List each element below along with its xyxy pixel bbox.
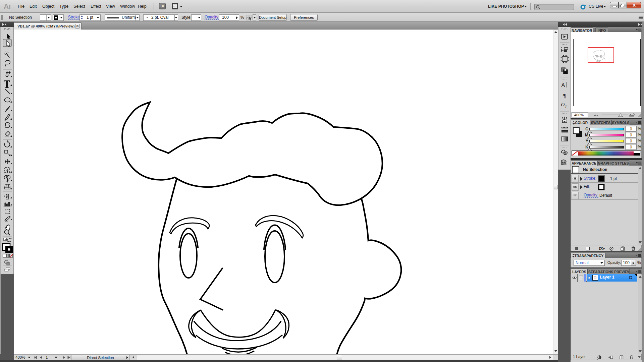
svg-text:T: T xyxy=(565,105,567,109)
svg-text:O: O xyxy=(561,102,565,107)
svg-text:A: A xyxy=(561,82,565,88)
svg-text:¶: ¶ xyxy=(563,93,566,99)
